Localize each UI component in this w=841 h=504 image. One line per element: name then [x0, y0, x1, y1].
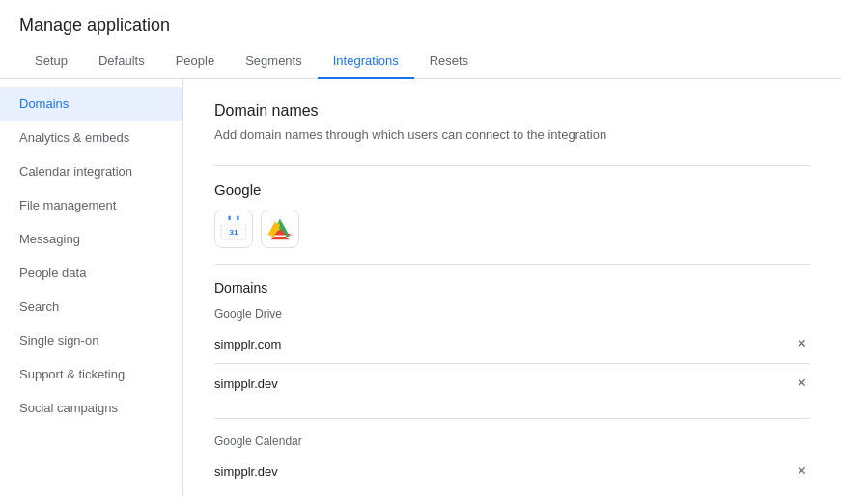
- tab-integrations[interactable]: Integrations: [318, 43, 414, 79]
- divider-calendar: [214, 418, 810, 419]
- drive-domain-value-0: simpplr.com: [214, 337, 281, 351]
- sidebar-item-calendar-integration[interactable]: Calendar integration: [0, 154, 182, 188]
- drive-domain-value-1: simpplr.dev: [214, 377, 278, 391]
- google-drive-icon-box: [261, 210, 299, 248]
- provider-icons: 31: [214, 210, 810, 248]
- cal-domain-row-0: simpplr.dev ×: [214, 452, 810, 490]
- google-drive-label: Google Drive: [214, 307, 810, 321]
- domain-names-title: Domain names: [214, 102, 810, 120]
- remove-drive-domain-0[interactable]: ×: [794, 334, 810, 353]
- divider-top: [214, 165, 810, 166]
- sidebar-item-file-management[interactable]: File management: [0, 188, 182, 222]
- provider-title: Google: [214, 182, 810, 198]
- google-drive-domains: simpplr.com × simpplr.dev ×: [214, 324, 810, 403]
- sidebar-item-single-sign-on[interactable]: Single sign-on: [0, 323, 182, 357]
- domain-names-desc: Add domain names through which users can…: [214, 127, 810, 142]
- tab-defaults[interactable]: Defaults: [83, 43, 160, 79]
- tab-resets[interactable]: Resets: [414, 43, 484, 79]
- app-header: Manage application Setup Defaults People…: [0, 0, 841, 79]
- google-calendar-label: Google Calendar: [214, 434, 810, 448]
- divider-provider: [214, 264, 810, 265]
- remove-drive-domain-1[interactable]: ×: [794, 374, 810, 393]
- sidebar-item-search[interactable]: Search: [0, 290, 182, 323]
- google-calendar-icon-box: 31: [214, 210, 253, 248]
- sidebar-item-domains[interactable]: Domains: [0, 87, 182, 121]
- nav-tabs: Setup Defaults People Segments Integrati…: [0, 43, 841, 79]
- drive-domain-row-0: simpplr.com ×: [214, 324, 810, 364]
- tab-people[interactable]: People: [160, 43, 230, 79]
- svg-rect-5: [228, 215, 230, 220]
- drive-domain-row-1: simpplr.dev ×: [214, 364, 810, 403]
- sidebar-item-analytics-embeds[interactable]: Analytics & embeds: [0, 121, 182, 154]
- sidebar-item-social-campaigns[interactable]: Social campaigns: [0, 391, 182, 425]
- page-title: Manage application: [19, 15, 822, 36]
- google-calendar-domains: simpplr.dev ×: [214, 452, 810, 490]
- google-drive-icon: [265, 213, 295, 244]
- svg-marker-15: [270, 237, 289, 239]
- cal-domain-value-0: simpplr.dev: [214, 464, 278, 479]
- provider-section: Google 31: [214, 182, 810, 496]
- remove-cal-domain-0[interactable]: ×: [794, 462, 810, 481]
- svg-rect-6: [237, 215, 238, 220]
- body-layout: Domains Analytics & embeds Calendar inte…: [0, 79, 841, 496]
- sidebar-item-people-data[interactable]: People data: [0, 256, 182, 290]
- section-header: Domain names Add domain names through wh…: [214, 102, 810, 166]
- tab-segments[interactable]: Segments: [230, 43, 318, 79]
- sidebar-item-support-ticketing[interactable]: Support & ticketing: [0, 357, 182, 391]
- domains-subtitle: Domains: [214, 280, 810, 295]
- main-content: Domain names Add domain names through wh…: [183, 79, 841, 496]
- svg-rect-4: [221, 218, 246, 225]
- sidebar-item-messaging[interactable]: Messaging: [0, 222, 182, 256]
- google-calendar-icon: 31: [218, 213, 249, 244]
- tab-setup[interactable]: Setup: [19, 43, 83, 79]
- sidebar: Domains Analytics & embeds Calendar inte…: [0, 79, 183, 496]
